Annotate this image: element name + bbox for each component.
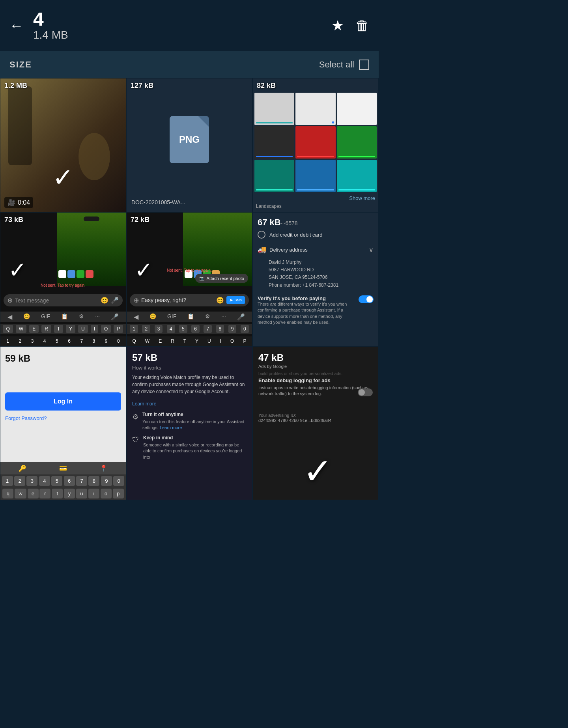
key-1[interactable]: 1 (4, 338, 11, 345)
cell-9-checkmark: ✓ (303, 450, 333, 492)
cell-1-size: 1.2 MB (4, 82, 27, 90)
png-file-shape: PNG (170, 116, 209, 163)
lk-r[interactable]: r (39, 489, 50, 498)
key-o[interactable]: O (101, 325, 111, 333)
cell-payment[interactable]: 67 kB···6578 Add credit or debit card 🚚 … (252, 212, 379, 346)
header-actions: ★ 🗑 (331, 17, 369, 34)
lk-4[interactable]: 4 (39, 476, 50, 486)
shield-icon: 🛡 (132, 436, 139, 460)
kb-settings-icon: ⚙ (79, 313, 84, 321)
sms-number-row: 1 2 3 4 5 6 7 8 9 0 (127, 324, 252, 334)
add-card-option[interactable]: Add credit or debit card (258, 228, 374, 242)
swatch-teal (254, 160, 294, 192)
forgot-password-link[interactable]: Forgot Password? (5, 415, 121, 421)
back-button[interactable]: ← (9, 17, 24, 34)
kb-mic-icon: 🎤 (111, 313, 119, 321)
msg-input-area: ⊕ Text message 😊 🎤 (4, 294, 123, 306)
show-more-label[interactable]: Show more (349, 195, 375, 201)
lk-u[interactable]: u (76, 489, 87, 498)
section-1-text: Turn it off anytime You can turn this fe… (142, 412, 247, 431)
key-9[interactable]: 9 (103, 338, 110, 345)
key-7[interactable]: 7 (78, 338, 85, 345)
cell-how-it-works[interactable]: 57 kB How it works Your existing Voice M… (126, 346, 252, 500)
lk-8[interactable]: 8 (88, 476, 99, 486)
login-button[interactable]: Log In (5, 392, 121, 411)
cell-png[interactable]: 127 kB PNG DOC-20201005-WA... (126, 78, 252, 212)
key-r[interactable]: R (41, 325, 51, 333)
trash-button[interactable]: 🗑 (355, 17, 369, 34)
key-e[interactable]: E (29, 325, 39, 333)
cell-video[interactable]: 1.2 MB ✓ 🎥 0:04 (0, 78, 126, 212)
select-all-control[interactable]: Select all (319, 60, 369, 70)
key-u[interactable]: U (78, 325, 88, 333)
kb-toolbar: ◀ 😊 GIF 📋 ⚙ ··· 🎤 (0, 312, 126, 322)
star-button[interactable]: ★ (331, 17, 344, 34)
lk-i[interactable]: i (88, 489, 99, 498)
learn-more-link[interactable]: Learn more (132, 401, 156, 407)
photo-grid-row2: 73 kB ✓ Not sent. Tap to try again. ⊕ Te (0, 212, 379, 346)
how-title: How it works (132, 365, 247, 371)
verify-text-block: Verify it's you before paying There are … (258, 295, 355, 326)
lk-5[interactable]: 5 (51, 476, 62, 486)
cell-4-error: Not sent. Tap to try again. (4, 283, 122, 287)
lk-e[interactable]: e (28, 489, 39, 498)
landscapes-label: Landscapes (253, 203, 378, 210)
lk-2[interactable]: 2 (14, 476, 25, 486)
how-desc: Your existing Voice Match profile may be… (132, 374, 247, 395)
cell-screenshot-msg[interactable]: 73 kB ✓ Not sent. Tap to try again. ⊕ Te (0, 212, 126, 346)
key-y[interactable]: Y (66, 325, 75, 333)
cell-ads[interactable]: 47 kB Ads by Google build profiles or sh… (252, 346, 379, 500)
key-6[interactable]: 6 (65, 338, 73, 345)
png-filename: DOC-20201005-WA... (131, 196, 185, 207)
add-card-radio[interactable] (258, 231, 265, 239)
kb-special-row: 🔑 💳 📍 (0, 462, 126, 474)
lk-9[interactable]: 9 (101, 476, 112, 486)
lk-0[interactable]: 0 (113, 476, 124, 486)
swatch-grid (253, 91, 378, 194)
debug-toggle[interactable] (358, 388, 373, 396)
lk-q[interactable]: q (2, 489, 13, 498)
total-size: 1.4 MB (33, 29, 331, 41)
key-0[interactable]: 0 (115, 338, 122, 345)
lk-o[interactable]: o (101, 489, 112, 498)
swatch-blue (295, 160, 335, 192)
debug-logging-title: Enable debug logging for ads (258, 377, 373, 383)
lk-7[interactable]: 7 (76, 476, 87, 486)
cell-login[interactable]: 59 kB Log In Forgot Password? 🔑 💳 📍 1 2 … (0, 346, 126, 500)
key-i[interactable]: I (91, 325, 98, 333)
key-w[interactable]: W (16, 325, 26, 333)
key-3[interactable]: 3 (29, 338, 36, 345)
key-5[interactable]: 5 (53, 338, 61, 345)
kb-more-icon: ··· (95, 313, 100, 321)
lk-p[interactable]: p (113, 489, 124, 498)
lk-6[interactable]: 6 (64, 476, 75, 486)
msg-placeholder[interactable]: Text message (15, 297, 98, 304)
kb-number-row: Q W E R T Y U I O P (0, 324, 126, 334)
delivery-row[interactable]: 🚚 Delivery address ∨ (258, 242, 374, 257)
lk-3[interactable]: 3 (26, 476, 37, 486)
ad-id-value: d24f0992-4780-42b0-91e...bd62f6a84 (258, 418, 373, 424)
lk-y[interactable]: y (64, 489, 75, 498)
sms-input-text[interactable]: Easy peasy, right? (141, 297, 214, 303)
section-1-link[interactable]: Learn more (160, 425, 182, 430)
key-q[interactable]: Q (3, 325, 13, 333)
cell-sms[interactable]: 72 kB ✓ Not sent. Tap to try again. 📷 At… (126, 212, 252, 346)
select-all-checkbox[interactable] (359, 60, 369, 70)
key-2[interactable]: 2 (16, 338, 24, 345)
show-more-row: Show more (253, 194, 378, 203)
key-p[interactable]: P (114, 325, 123, 333)
key-8[interactable]: 8 (90, 338, 98, 345)
swatch-red (295, 126, 335, 159)
cell-swatches[interactable]: 82 kB (252, 78, 379, 212)
section-2-text: Keep in mind Someone with a similar voic… (143, 435, 247, 460)
verify-toggle[interactable] (359, 295, 374, 303)
card-icon: 💳 (59, 465, 67, 472)
lk-w[interactable]: w (15, 489, 26, 498)
attach-recent-photo-button[interactable]: 📷 Attach recent photo (195, 274, 248, 283)
lk-t[interactable]: t (52, 489, 63, 498)
delivery-label: Delivery address (269, 247, 366, 253)
key-4[interactable]: 4 (41, 338, 49, 345)
lk-1[interactable]: 1 (2, 476, 13, 486)
key-t[interactable]: T (54, 325, 63, 333)
swatch-green (337, 126, 377, 159)
